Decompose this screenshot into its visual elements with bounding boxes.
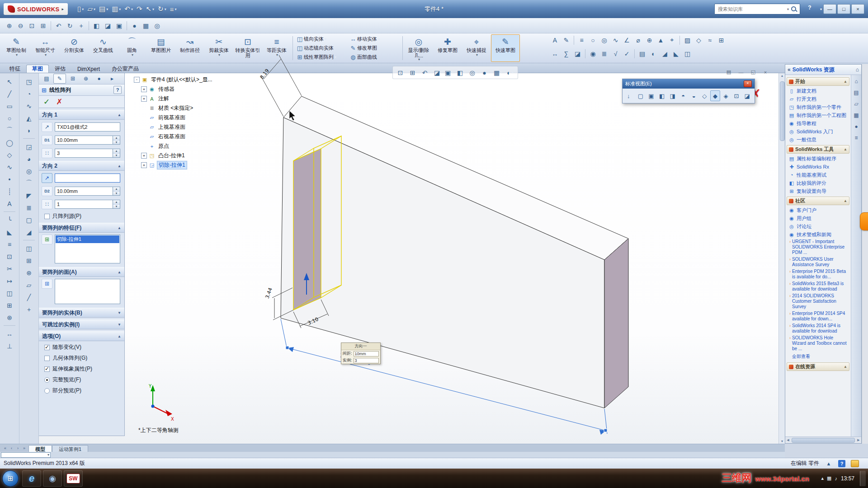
home-icon[interactable]: ⌂ [856, 66, 859, 73]
mirror-entities-button[interactable]: ◫ 镜向实体 ▾ [294, 35, 348, 43]
maximize-button[interactable]: □ [837, 4, 850, 14]
arc-tool-icon[interactable]: ⌒ [4, 125, 15, 136]
weld-symbol-icon[interactable]: ∠ [621, 34, 632, 46]
section-direction1[interactable]: 方向 1 ▲ [39, 110, 124, 120]
sweep-icon[interactable]: ∿ [24, 100, 35, 112]
display-manager-tab[interactable]: ● [93, 74, 105, 84]
rotate-view-icon[interactable]: ↻ [64, 20, 75, 31]
solidworks-menu-button[interactable]: SOLIDWORKS ▸ [4, 3, 68, 15]
offset-entities-button[interactable]: ≡ 等距实体 ▾ [262, 34, 291, 62]
measure-icon[interactable]: ↔ [549, 48, 561, 59]
prev-tab-icon[interactable]: ‹ [9, 446, 14, 450]
reference-plane-icon[interactable]: ▱ [24, 279, 35, 291]
bottom-view-icon[interactable]: ◒ [689, 90, 699, 101]
pane-flyout-tab[interactable]: ▸ [106, 74, 118, 84]
dynamic-mirror-button[interactable]: ◫ 动态镜向实体 [294, 44, 348, 52]
resources-tab-icon[interactable]: ⌂ [852, 77, 860, 85]
spinner[interactable]: ▲▼ [113, 136, 120, 144]
text-tool-icon[interactable]: A [4, 198, 15, 209]
options-icon[interactable]: ≡ ▾ [169, 3, 178, 15]
previous-view-icon[interactable]: ↶ [419, 67, 430, 78]
view-orientation-icon[interactable]: ▣ ▾ [443, 67, 455, 78]
select-icon[interactable]: ↖ ▾ [145, 3, 156, 15]
linear-pattern-feature-icon[interactable]: ⊞ [24, 255, 35, 266]
apply-scene-icon[interactable]: ▦ [140, 20, 151, 31]
convert-entities-tool-icon[interactable]: ⊡ [4, 251, 15, 262]
search-icon[interactable] [791, 6, 797, 13]
move-entities-button[interactable]: ↔ 移动实体 ▾ [348, 35, 401, 43]
close-icon[interactable]: × [744, 80, 752, 87]
datum-target-icon[interactable]: ⌖ [666, 34, 678, 46]
feature-manager-tab[interactable]: ▤ [40, 74, 53, 84]
news-link[interactable]: › SOLIDWORKS User Assistance Survey [787, 256, 849, 268]
taskpane-link[interactable]: ◉ 用户组 [787, 214, 849, 222]
start-button[interactable]: ⊞ [2, 470, 19, 487]
command-tab[interactable]: 草图 [26, 65, 49, 73]
edit-appearance-icon[interactable]: ● [129, 20, 140, 31]
news-link[interactable]: › SOLIDWORKS Hole Wizard and Toolbox can… [787, 335, 849, 352]
section-view-icon[interactable]: ◪ [742, 90, 752, 101]
redo-icon[interactable]: ↷ [135, 3, 144, 15]
trimetric-view-icon[interactable]: ◆ [710, 90, 721, 101]
open-document-icon[interactable]: ▱ ▾ [86, 3, 97, 15]
section-features-to-pattern[interactable]: 要阵列的特征(F) ▲ [39, 223, 124, 233]
tree-expander-icon[interactable]: + [141, 162, 147, 168]
configuration-manager-tab[interactable]: ⊞ [66, 74, 79, 84]
zoom-area-icon[interactable]: ⊞ [407, 67, 418, 78]
command-tab[interactable]: 特征 [4, 65, 26, 73]
view-selector-icon[interactable]: ⊡ [731, 90, 742, 101]
section-view-icon[interactable]: ◪ [431, 67, 443, 78]
taskpane-link[interactable]: ◎ SolidWorks 入门 [787, 127, 849, 136]
tree-expander-icon[interactable]: + [141, 86, 147, 92]
scroll-thumb[interactable] [792, 438, 855, 443]
option-box[interactable] [44, 388, 50, 394]
chamfer-feature-icon[interactable]: ◤ [24, 190, 35, 201]
spinner[interactable]: ▲▼ [113, 200, 120, 208]
split-entities-button[interactable]: ⊘ 分割实体 [60, 34, 89, 62]
spacing1-field[interactable]: 10.00mm ▲▼ [55, 136, 120, 145]
property-manager-tab[interactable]: ✎ [53, 74, 66, 84]
ellipse-tool-icon[interactable]: ◯ [4, 137, 15, 148]
section-header-tools[interactable]: SolidWorks 工具 ▲ [787, 145, 849, 154]
hole-wizard-icon[interactable]: ◎ [24, 165, 35, 177]
zoom-fit-icon[interactable]: ⊡ [26, 20, 38, 31]
custom-properties-tab-icon[interactable]: ≡ [852, 134, 860, 142]
option-box[interactable] [44, 345, 50, 350]
news-link[interactable]: › URGENT - Important SOLIDWORKS Enterpri… [787, 239, 849, 256]
quick-filter-combobox[interactable]: ▾ [1, 452, 51, 458]
scroll-right-icon[interactable]: ▶ [856, 438, 861, 442]
next-tab-icon[interactable]: › [15, 446, 21, 450]
zoom-out-icon[interactable]: ⊖ [15, 20, 26, 31]
network-icon[interactable]: ▦ [827, 475, 831, 481]
titlebar-options-caret[interactable]: ▾ [820, 7, 822, 11]
surface-finish-icon[interactable]: ∿ [610, 34, 621, 46]
taskpane-link[interactable]: ▯ 新建文档 [787, 87, 849, 95]
reference-axis-icon[interactable]: ╱ [24, 291, 35, 303]
tree-item[interactable]: ▱ 上视基准面 [134, 122, 252, 132]
section-bodies-to-pattern[interactable]: 要阵列的实体(B) ▼ [39, 308, 124, 318]
status-help-icon[interactable]: ? [838, 460, 845, 467]
auto-balloon-icon[interactable]: ◎ [599, 34, 610, 46]
zoom-in-icon[interactable]: ⊕ [4, 20, 15, 31]
spinner[interactable]: ▲▼ [113, 149, 120, 157]
view-settings-icon[interactable]: ◐ ▾ [505, 67, 516, 78]
taskpane-link[interactable]: ◎ 讨论坛 [787, 222, 849, 230]
edit-appearance-icon[interactable]: ● ▾ [480, 67, 491, 78]
linear-pattern-tool-icon[interactable]: ⊞ [4, 300, 15, 311]
revolve-boss-icon[interactable]: ◔ [24, 88, 35, 99]
save-icon[interactable]: ▤ ▾ [98, 3, 109, 15]
modify-sketch-button[interactable]: ✎ 修改草图 [348, 44, 401, 52]
features-list[interactable]: 切除-拉伸1 [55, 235, 120, 263]
block-icon[interactable]: ◇ [693, 34, 704, 46]
convert-entities-button[interactable]: ⊡ 转换实体引用 [233, 34, 262, 62]
ok-button[interactable]: ✓ [43, 97, 50, 107]
section-header-community[interactable]: 社区 ▲ [787, 197, 849, 205]
line-tool-icon[interactable]: ╱ [4, 88, 15, 99]
tree-expander-icon[interactable]: + [141, 153, 147, 159]
rib-icon[interactable]: ≣ [24, 202, 35, 213]
cancel-button[interactable]: ✗ [56, 97, 62, 107]
sketch-fillet-tool-icon[interactable]: ╰ [4, 214, 15, 225]
apply-scene-icon[interactable]: ▦ ▾ [492, 67, 504, 78]
point-tool-icon[interactable]: • [4, 174, 15, 185]
news-link[interactable]: › Enterprise PDM 2015 Beta is available … [787, 268, 849, 281]
